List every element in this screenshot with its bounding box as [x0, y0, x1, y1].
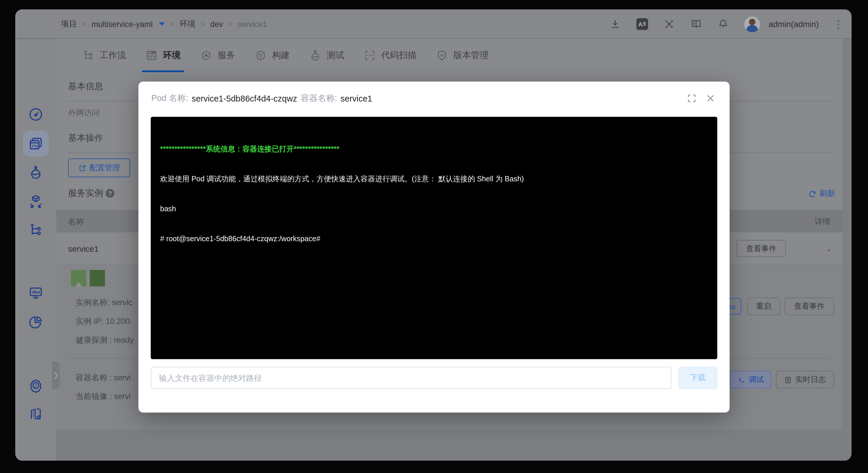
instance-ip: 实例 IP: 10.200.	[76, 316, 132, 327]
pod-status-tile[interactable]	[90, 270, 105, 286]
building-check-icon	[28, 406, 43, 421]
breadcrumb-separator: >	[82, 20, 86, 28]
translate-icon[interactable]: A文	[637, 18, 648, 30]
hexagon-y-icon	[254, 49, 267, 62]
terminal-line: # root@service1-5db86cf4d4-czqwz:/worksp…	[160, 234, 708, 244]
tab-label: 测试	[327, 50, 344, 61]
terminal-line: bash	[160, 204, 708, 214]
sidebar-item-monitor[interactable]	[23, 280, 49, 306]
pod-label: Pod 名称:	[151, 93, 188, 104]
breadcrumb-service: service1	[238, 20, 267, 28]
pod-debug-modal: Pod 名称: service1-5db86cf4d4-czqwz 容器名称: …	[138, 82, 730, 413]
live-logs-label: 实时日志	[795, 375, 826, 385]
section-external-access: 外网访问	[68, 108, 100, 119]
user-name[interactable]: admin(admin)	[769, 19, 819, 29]
view-events-button-2[interactable]: 查看事件	[785, 298, 834, 315]
avatar[interactable]	[745, 16, 761, 32]
tab-build[interactable]: 构建	[254, 39, 290, 72]
view-events-label: 查看事件	[794, 301, 825, 312]
debug-button[interactable]: 调试	[730, 371, 771, 388]
breadcrumb-project[interactable]: 项目	[61, 19, 77, 29]
tab-test[interactable]: 测试	[309, 39, 344, 72]
screen: 项目 > multiservice-yaml > 环境 > dev > serv…	[0, 0, 868, 473]
modal-title: Pod 名称: service1-5db86cf4d4-czqwz 容器名称: …	[151, 93, 372, 104]
instances-title: 服务实例 ?	[68, 188, 114, 199]
terminal-line: ****************系统信息：容器连接已打开************…	[160, 144, 708, 154]
restart-button[interactable]: 重启	[747, 298, 780, 315]
kebab-menu-icon[interactable]	[834, 20, 842, 28]
container-label: 容器名称:	[301, 93, 337, 104]
browser-code-icon	[146, 49, 158, 62]
sidebar-item-report[interactable]	[23, 309, 49, 335]
breadcrumb: 项目 > multiservice-yaml > 环境 > dev > serv…	[61, 9, 267, 39]
sidebar-item-release[interactable]	[23, 188, 49, 214]
view-events-button[interactable]: 查看事件	[737, 240, 786, 257]
breadcrumb-env[interactable]: 环境	[180, 19, 195, 29]
refresh-label: 刷新	[819, 188, 835, 199]
flask-icon	[28, 165, 43, 180]
download-button[interactable]: 下载	[679, 367, 717, 389]
breadcrumb-separator: >	[170, 20, 175, 28]
terminal[interactable]: ****************系统信息：容器连接已打开************…	[151, 117, 717, 359]
sidebar-collapse-handle[interactable]: ❯	[52, 361, 60, 389]
sidebar-item-project[interactable]: PM	[23, 131, 49, 157]
download-icon[interactable]	[610, 18, 621, 30]
external-link-icon	[78, 164, 86, 172]
tab-environment[interactable]: 环境	[146, 39, 181, 72]
section-basic-info: 基本信息	[68, 81, 103, 92]
tab-bar: 工作流 环境 服务 构建 测试	[56, 39, 842, 72]
bell-icon[interactable]	[718, 18, 729, 30]
shield-version-icon	[436, 49, 448, 62]
document-icon	[784, 376, 792, 384]
instance-health: 健康探测 : ready	[76, 335, 134, 346]
pm-window-icon: PM	[28, 136, 43, 151]
help-icon[interactable]: ?	[105, 189, 114, 198]
col-detail: 详情	[815, 216, 831, 227]
tab-label: 代码扫描	[381, 50, 416, 61]
sidebar-item-settings[interactable]: Z	[23, 373, 49, 398]
breadcrumb-project-name[interactable]: multiservice-yaml	[92, 20, 153, 28]
svg-text:PM: PM	[32, 144, 38, 148]
flask-icon	[309, 49, 321, 62]
config-management-button[interactable]: 配置管理	[68, 158, 130, 177]
sidebar-item-dashboard[interactable]	[23, 101, 49, 127]
top-bar: 项目 > multiservice-yaml > 环境 > dev > serv…	[15, 9, 851, 39]
restart-label: 重启	[756, 301, 771, 312]
tab-code-scan[interactable]: 代码扫描	[364, 39, 416, 72]
pod-value: service1-5db86cf4d4-czqwz	[192, 94, 297, 103]
view-events-label: 查看事件	[746, 243, 776, 254]
container-value: service1	[340, 94, 372, 103]
live-logs-button[interactable]: 实时日志	[776, 371, 834, 388]
tab-label: 版本管理	[453, 50, 489, 61]
breadcrumb-env-name[interactable]: dev	[210, 20, 223, 28]
tab-version[interactable]: 版本管理	[436, 39, 489, 72]
sidebar-item-pipeline[interactable]	[23, 217, 49, 243]
tab-label: 工作流	[100, 50, 126, 61]
tab-workflow[interactable]: 工作流	[82, 39, 126, 72]
sidebar: PM Z	[15, 39, 56, 461]
file-path-input[interactable]	[151, 367, 672, 389]
gear-icon: Z	[28, 378, 43, 393]
fullscreen-icon[interactable]	[687, 93, 697, 103]
breadcrumb-separator: >	[228, 20, 232, 28]
topology-icon[interactable]	[663, 18, 675, 30]
tab-label: 环境	[163, 50, 181, 61]
monitor-chart-icon	[28, 285, 43, 300]
chevron-down-icon[interactable]	[159, 22, 165, 26]
section-basic-ops: 基本操作	[68, 132, 103, 144]
breadcrumb-separator: >	[201, 20, 205, 28]
sidebar-item-test[interactable]	[23, 159, 49, 185]
current-image: 当前镜像 : servi	[76, 391, 131, 402]
sidebar-item-organization[interactable]	[23, 401, 49, 426]
tab-service[interactable]: 服务	[200, 39, 235, 72]
instances-title-text: 服务实例	[68, 188, 103, 199]
row-collapse-chevron-icon[interactable]: ⌄	[826, 244, 832, 253]
docs-icon[interactable]	[690, 18, 702, 30]
close-icon[interactable]	[706, 93, 715, 103]
pod-status-tile-selected[interactable]	[71, 270, 86, 286]
workflow-icon	[82, 49, 94, 62]
scan-frame-icon	[364, 49, 376, 62]
svg-text:Z: Z	[34, 383, 37, 388]
container-name: 容器名称 : servi	[76, 373, 131, 383]
refresh-link[interactable]: 刷新	[808, 188, 835, 199]
